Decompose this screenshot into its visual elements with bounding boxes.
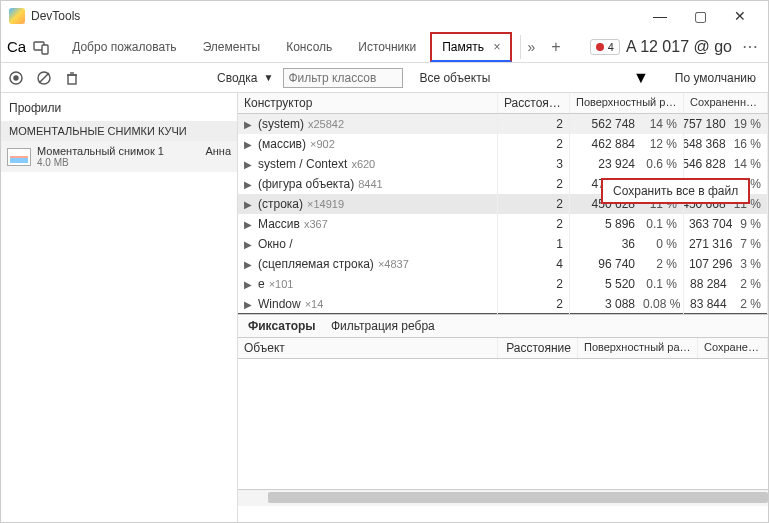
tab-welcome[interactable]: Добро пожаловать [60, 32, 188, 62]
scroll-thumb[interactable] [268, 492, 768, 503]
retainers-header: Фиксаторы Фильтрация ребра [238, 314, 768, 337]
heap-table: Конструктор Расстояние Поверхностный раз… [238, 93, 768, 522]
snapshot-thumb-icon [7, 148, 31, 166]
devices-icon[interactable] [32, 38, 50, 56]
expand-icon[interactable]: ▶ [244, 279, 254, 290]
ret-col-distance[interactable]: Расстояние [498, 338, 578, 358]
sort-select[interactable]: По умолчанию [669, 69, 762, 87]
retainers-body [238, 359, 768, 489]
retainers-table: Объект Расстояние Поверхностный размер С… [238, 337, 768, 489]
expand-icon[interactable]: ▶ [244, 179, 254, 190]
objects-caret-icon[interactable]: ▼ [633, 69, 649, 87]
snapshot-item[interactable]: Моментальный снимок 1Анна 4.0 MB [1, 141, 237, 172]
col-shallow[interactable]: Поверхностный размер [570, 93, 684, 113]
expand-icon[interactable]: ▶ [244, 139, 254, 150]
expand-icon[interactable]: ▶ [244, 159, 254, 170]
tab-elements[interactable]: Элементы [191, 32, 273, 62]
expand-icon[interactable]: ▶ [244, 199, 254, 210]
main-area: Профили МОМЕНТАЛЬНЫЕ СНИМКИ КУЧИ Момента… [1, 93, 768, 522]
expand-icon[interactable]: ▶ [244, 259, 254, 270]
context-menu-save-all[interactable]: Сохранить все в файл [601, 178, 750, 204]
error-badge[interactable]: 4 [590, 39, 620, 55]
table-row[interactable]: ▶system / Context x620323 9240.6 %546 82… [238, 154, 768, 174]
snapshot-name: Моментальный снимок 1 [37, 145, 164, 157]
svg-rect-1 [42, 45, 48, 54]
ret-col-object[interactable]: Объект [238, 338, 498, 358]
class-filter-input[interactable] [283, 68, 403, 88]
new-tab-button[interactable]: + [543, 34, 568, 60]
mode-label[interactable]: Ca [7, 38, 26, 55]
status-text: A 12 017 @ go [626, 38, 732, 56]
trash-button[interactable] [63, 69, 81, 87]
snapshot-size: 4.0 MB [37, 157, 231, 168]
close-window-button[interactable]: ✕ [720, 2, 760, 30]
snapshot-user: Анна [205, 145, 231, 157]
sidebar-category: МОМЕНТАЛЬНЫЕ СНИМКИ КУЧИ [1, 121, 237, 141]
table-row[interactable]: ▶Массив x36725 8960.1 %363 7049 % [238, 214, 768, 234]
expand-icon[interactable]: ▶ [244, 299, 254, 310]
title-bar: DevTools — ▢ ✕ [1, 1, 768, 31]
col-distance[interactable]: Расстояние [498, 93, 570, 113]
table-row[interactable]: ▶(массив) ×9022462 88412 %648 36816 % [238, 134, 768, 154]
tab-close-icon[interactable]: × [493, 40, 500, 54]
svg-point-3 [14, 76, 18, 80]
objects-select[interactable]: Все объекты [413, 69, 496, 87]
tab-bar: Ca Добро пожаловать Элементы Консоль Ист… [1, 31, 768, 63]
maximize-button[interactable]: ▢ [680, 2, 720, 30]
tabs-overflow-button[interactable]: » [520, 35, 541, 59]
tab-memory[interactable]: Память × [430, 32, 512, 62]
ret-col-shallow[interactable]: Поверхностный размер [578, 338, 698, 358]
svg-line-5 [39, 73, 49, 83]
ret-col-retained[interactable]: Сохраненный размер [698, 338, 768, 358]
horizontal-scrollbar[interactable] [238, 489, 768, 506]
tab-console[interactable]: Консоль [274, 32, 344, 62]
minimize-button[interactable]: — [640, 2, 680, 30]
clear-button[interactable] [35, 69, 53, 87]
table-row[interactable]: ▶(сцепляемая строка) ×4837496 7402 %107 … [238, 254, 768, 274]
sidebar: Профили МОМЕНТАЛЬНЫЕ СНИМКИ КУЧИ Момента… [1, 93, 238, 522]
window-title: DevTools [31, 9, 640, 23]
record-button[interactable] [7, 69, 25, 87]
col-retained[interactable]: Сохраненный размер [684, 93, 768, 113]
table-body: ▶(system) x258422562 74814 %757 18019 %▶… [238, 114, 768, 314]
app-logo [9, 8, 25, 24]
col-constructor[interactable]: Конструктор [238, 93, 498, 113]
expand-icon[interactable]: ▶ [244, 239, 254, 250]
expand-icon[interactable]: ▶ [244, 119, 254, 130]
table-header: Конструктор Расстояние Поверхностный раз… [238, 93, 768, 114]
table-row[interactable]: ▶(system) x258422562 74814 %757 18019 % [238, 114, 768, 134]
sidebar-header: Профили [1, 93, 237, 121]
table-row[interactable]: ▶e ×10125 5200.1 %88 2842 % [238, 274, 768, 294]
view-select[interactable]: Сводка▼ [211, 69, 279, 87]
record-dot-icon [596, 43, 604, 51]
tab-sources[interactable]: Источники [346, 32, 428, 62]
tab-memory-label: Память [442, 40, 484, 54]
svg-rect-6 [68, 75, 76, 84]
table-row[interactable]: ▶Window ×1423 0880.08 %83 8442 % [238, 294, 768, 314]
expand-icon[interactable]: ▶ [244, 219, 254, 230]
table-row[interactable]: ▶Окно / 1360 %271 3167 % [238, 234, 768, 254]
toolbar: Сводка▼ Все объекты ▼ По умолчанию [1, 63, 768, 93]
more-button[interactable]: ⋯ [738, 37, 762, 56]
